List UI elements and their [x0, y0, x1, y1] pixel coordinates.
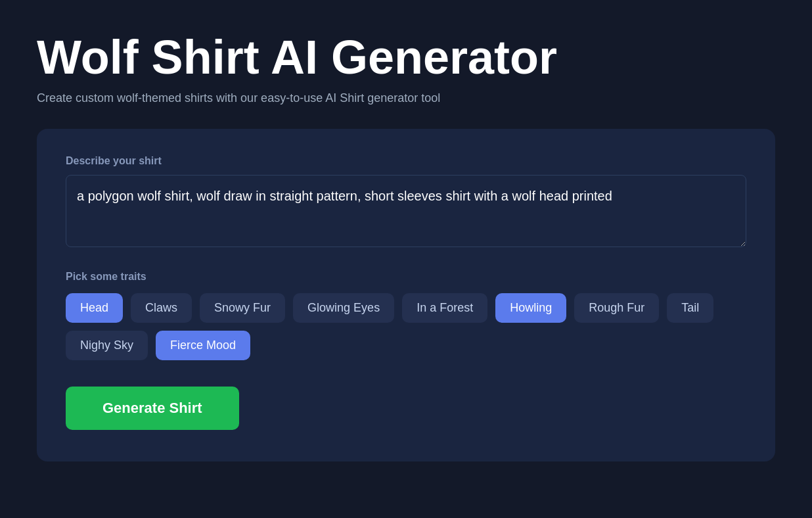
trait-tag-tail[interactable]: Tail — [667, 293, 713, 323]
trait-tag-claws[interactable]: Claws — [131, 293, 192, 323]
trait-tag-howling[interactable]: Howling — [495, 293, 566, 323]
trait-tag-rough-fur[interactable]: Rough Fur — [574, 293, 659, 323]
trait-tag-glowing-eyes[interactable]: Glowing Eyes — [293, 293, 394, 323]
trait-tag-nighy-sky[interactable]: Nighy Sky — [66, 331, 148, 360]
page-subtitle: Create custom wolf-themed shirts with ou… — [37, 91, 775, 105]
generate-shirt-button[interactable]: Generate Shirt — [66, 387, 239, 430]
trait-tag-snowy-fur[interactable]: Snowy Fur — [200, 293, 285, 323]
trait-tag-fierce-mood[interactable]: Fierce Mood — [156, 331, 250, 360]
generator-card: Describe your shirt Pick some traits Hea… — [37, 129, 775, 461]
description-textarea[interactable] — [66, 175, 746, 247]
traits-label: Pick some traits — [66, 271, 746, 283]
page-title: Wolf Shirt AI Generator — [37, 32, 775, 83]
description-label: Describe your shirt — [66, 155, 746, 167]
traits-grid: HeadClawsSnowy FurGlowing EyesIn a Fores… — [66, 293, 746, 360]
trait-tag-in-a-forest[interactable]: In a Forest — [402, 293, 487, 323]
trait-tag-head[interactable]: Head — [66, 293, 123, 323]
